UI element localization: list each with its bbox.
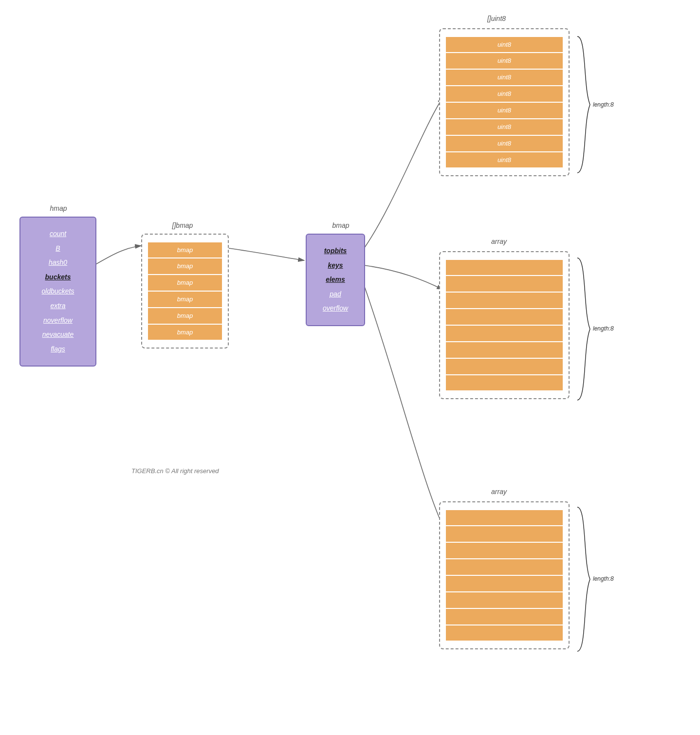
array2-row bbox=[445, 526, 564, 542]
hmap-title: hmap bbox=[29, 204, 88, 212]
hmap-field-extra: extra bbox=[24, 301, 92, 311]
array1-row bbox=[445, 276, 564, 292]
bmap-slice-row: bmap bbox=[147, 291, 223, 308]
array2-row bbox=[445, 625, 564, 642]
hmap-field-B: B bbox=[24, 244, 92, 254]
array1-row bbox=[445, 292, 564, 309]
hmap-field-count: count bbox=[24, 229, 92, 239]
array1-row bbox=[445, 259, 564, 276]
array1-row bbox=[445, 325, 564, 342]
array2-row bbox=[445, 509, 564, 526]
array1-title: array bbox=[460, 238, 538, 245]
bmap-slice-row: bmap bbox=[147, 258, 223, 275]
uint8-row: uint8 bbox=[445, 152, 564, 168]
uint8-row: uint8 bbox=[445, 36, 564, 53]
bmap-slice-row: bmap bbox=[147, 324, 223, 341]
uint8-row: uint8 bbox=[445, 69, 564, 86]
uint8-slice-title: []uint8 bbox=[453, 15, 540, 22]
bmap-slice-title: []bmap bbox=[153, 221, 212, 229]
array2-row bbox=[445, 575, 564, 592]
uint8-row: uint8 bbox=[445, 86, 564, 102]
bmap-title: bmap bbox=[312, 221, 370, 229]
uint8-row: uint8 bbox=[445, 102, 564, 119]
hmap-field-hash0: hash0 bbox=[24, 258, 92, 268]
uint8-length-label: length:8 bbox=[593, 101, 614, 108]
uint8-row: uint8 bbox=[445, 135, 564, 152]
array1-row bbox=[445, 342, 564, 358]
bmap-struct: topbitskeyselemspadoverflow bbox=[306, 234, 365, 326]
array1-container bbox=[439, 251, 570, 399]
connector-layer bbox=[0, 0, 700, 735]
hmap-field-noverflow: noverflow bbox=[24, 316, 92, 326]
bmap-slice-row: bmap bbox=[147, 241, 223, 258]
uint8-slice-container: uint8uint8uint8uint8uint8uint8uint8uint8 bbox=[439, 28, 570, 176]
array1-row bbox=[445, 375, 564, 391]
bmap-field-topbits: topbits bbox=[311, 246, 360, 256]
hmap-struct: countBhash0bucketsoldbucketsextranoverfl… bbox=[19, 217, 96, 367]
array2-row bbox=[445, 559, 564, 575]
hmap-field-buckets: buckets bbox=[24, 273, 92, 282]
hmap-field-nevacuate: nevacuate bbox=[24, 330, 92, 340]
array2-row bbox=[445, 608, 564, 625]
array2-row bbox=[445, 592, 564, 608]
footer-credit: TIGERB.cn © All right reserved bbox=[131, 467, 219, 475]
bmap-slice-row: bmap bbox=[147, 275, 223, 291]
uint8-row: uint8 bbox=[445, 119, 564, 135]
bmap-field-overflow: overflow bbox=[311, 304, 360, 313]
bmap-field-keys: keys bbox=[311, 261, 360, 271]
bmap-slice-container: bmapbmapbmapbmapbmapbmap bbox=[141, 234, 229, 349]
array1-row bbox=[445, 309, 564, 325]
array2-title: array bbox=[460, 488, 538, 496]
array2-container bbox=[439, 501, 570, 649]
array2-length-label: length:8 bbox=[593, 575, 614, 582]
hmap-field-oldbuckets: oldbuckets bbox=[24, 287, 92, 296]
bmap-field-pad: pad bbox=[311, 290, 360, 299]
hmap-field-flags: flags bbox=[24, 345, 92, 354]
bmap-field-elems: elems bbox=[311, 275, 360, 285]
uint8-row: uint8 bbox=[445, 53, 564, 69]
bmap-slice-row: bmap bbox=[147, 308, 223, 324]
diagram-canvas: hmap countBhash0bucketsoldbucketsextrano… bbox=[0, 0, 700, 735]
array1-length-label: length:8 bbox=[593, 325, 614, 332]
array1-row bbox=[445, 358, 564, 375]
array2-row bbox=[445, 542, 564, 559]
